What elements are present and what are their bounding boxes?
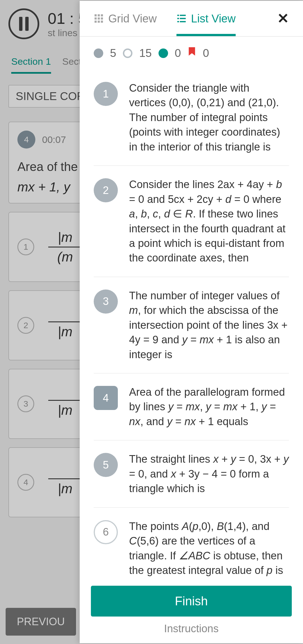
flag-icon [188, 47, 196, 59]
question-preview-text: Consider the triangle with vertices (0,0… [129, 81, 289, 154]
svg-rect-4 [98, 17, 100, 20]
marked-count: 0 [175, 47, 181, 59]
svg-rect-14 [180, 21, 186, 22]
panel-header: Grid View List View ✕ [80, 1, 303, 37]
question-preview-text: The number of integer values of m, for w… [129, 288, 289, 362]
svg-rect-5 [101, 17, 103, 20]
instructions-link[interactable]: Instructions [91, 623, 292, 635]
tab-list-view[interactable]: List View [176, 1, 236, 36]
answered-count: 5 [110, 47, 116, 59]
question-number-badge: 1 [94, 82, 118, 106]
svg-rect-10 [180, 15, 186, 16]
question-number-badge: 3 [94, 289, 118, 314]
answered-dot-icon [94, 48, 103, 58]
svg-rect-0 [95, 14, 97, 17]
list-item[interactable]: 1Consider the triangle with vertices (0,… [94, 70, 289, 166]
question-preview-text: Area of the parallelogram formed by line… [129, 385, 289, 429]
unanswered-dot-icon [123, 48, 132, 58]
grid-icon [94, 13, 104, 24]
svg-rect-11 [177, 18, 179, 19]
question-number-badge: 5 [94, 453, 118, 477]
close-icon[interactable]: ✕ [277, 10, 289, 27]
svg-rect-7 [98, 21, 100, 23]
question-preview-text: The straight lines x + y = 0, 3x + y = 0… [129, 452, 289, 496]
list-item[interactable]: 6The points A(p,0), B(1,4), and C(5,6) a… [94, 508, 289, 578]
question-number-badge: 6 [94, 520, 118, 544]
svg-rect-3 [95, 17, 97, 20]
question-list-panel: Grid View List View ✕ 5 15 0 0 1Consider… [80, 1, 303, 643]
marked-dot-icon [159, 48, 168, 58]
question-preview-text: The points A(p,0), B(1,4), and C(5,6) ar… [129, 519, 289, 578]
svg-rect-2 [101, 14, 103, 17]
unanswered-count: 15 [139, 47, 152, 59]
grid-view-label: Grid View [108, 12, 157, 25]
list-item[interactable]: 3The number of integer values of m, for … [94, 277, 289, 374]
svg-rect-9 [177, 15, 179, 16]
question-list[interactable]: 1Consider the triangle with vertices (0,… [80, 70, 303, 578]
svg-rect-1 [98, 14, 100, 17]
svg-rect-13 [177, 21, 179, 22]
list-icon [176, 13, 187, 24]
question-preview-text: Consider the lines 2ax + 4ay + b = 0 and… [129, 177, 289, 265]
svg-rect-12 [180, 18, 186, 19]
svg-rect-6 [95, 21, 97, 23]
question-number-badge: 4 [94, 386, 118, 410]
panel-footer: Finish Instructions [80, 578, 303, 643]
list-item[interactable]: 5The straight lines x + y = 0, 3x + y = … [94, 441, 289, 508]
list-item[interactable]: 2Consider the lines 2ax + 4ay + b = 0 an… [94, 166, 289, 277]
finish-button[interactable]: Finish [91, 586, 292, 617]
svg-rect-8 [101, 21, 103, 23]
status-counts: 5 15 0 0 [80, 37, 303, 70]
tab-grid-view[interactable]: Grid View [94, 1, 157, 36]
flagged-count: 0 [203, 47, 209, 59]
question-number-badge: 2 [94, 178, 118, 202]
list-view-label: List View [191, 12, 236, 25]
list-item[interactable]: 4Area of the parallelogram formed by lin… [94, 374, 289, 441]
